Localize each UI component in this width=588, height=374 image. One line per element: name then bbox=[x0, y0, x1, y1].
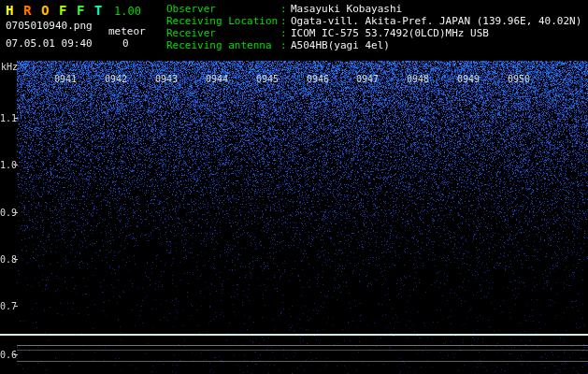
freq-tick bbox=[14, 212, 18, 213]
info-value: Ogata-vill. Akita-Pref. JAPAN (139.96E, … bbox=[291, 15, 581, 27]
info-label: Observer bbox=[166, 3, 280, 15]
level-reference-line bbox=[17, 361, 588, 362]
info-label: Receiver bbox=[166, 27, 280, 39]
freq-tick bbox=[14, 306, 18, 307]
time-label: 0946 bbox=[307, 74, 329, 84]
app-logo: HROFFT bbox=[6, 3, 112, 18]
time-label: 0944 bbox=[206, 74, 228, 84]
info-label: Receiving antenna bbox=[166, 39, 280, 51]
time-label: 0942 bbox=[105, 74, 127, 84]
freq-label: 1.0 bbox=[0, 160, 14, 170]
freq-tick bbox=[14, 259, 18, 260]
time-label: 0949 bbox=[457, 74, 480, 84]
freq-label: 0.9 bbox=[0, 208, 14, 218]
info-value: Masayuki Kobayashi bbox=[291, 3, 402, 15]
info-colon: : bbox=[280, 3, 291, 15]
logo-letter: O bbox=[41, 3, 59, 18]
time-label: 0947 bbox=[356, 74, 379, 84]
freq-label: 0.7 bbox=[0, 301, 14, 311]
info-colon: : bbox=[280, 15, 291, 27]
info-value: A504HB(yagi 4el) bbox=[291, 39, 390, 51]
panel-separator-line bbox=[0, 334, 588, 336]
info-colon: : bbox=[280, 39, 291, 51]
info-label: Receiving Location bbox=[166, 15, 280, 27]
time-label: 0948 bbox=[407, 74, 429, 84]
output-filename: 0705010940.png bbox=[6, 20, 93, 32]
datetime-label: 07.05.01 09:40 bbox=[6, 37, 93, 50]
freq-label: 0.8 bbox=[0, 254, 14, 265]
logo-letter: H bbox=[6, 3, 23, 18]
app-version: 1.00 bbox=[114, 5, 141, 18]
info-row-location: Receiving Location:Ogata-vill. Akita-Pre… bbox=[166, 15, 581, 27]
mode-label: meteor bbox=[108, 25, 146, 37]
meteor-count: 0 bbox=[122, 37, 129, 50]
logo-letter: T bbox=[94, 3, 112, 18]
logo-letter: F bbox=[59, 3, 77, 18]
hrofft-screen: HROFFT 1.00 0705010940.png meteor 07.05.… bbox=[0, 0, 588, 374]
freq-unit-label: kHz bbox=[1, 62, 18, 72]
info-row-receiver: Receiver:ICOM IC-575 53.7492(0LCD)MHz US… bbox=[166, 27, 581, 39]
freq-label: 1.1 bbox=[0, 113, 14, 123]
time-label: 0950 bbox=[508, 74, 530, 84]
spectrogram-canvas bbox=[0, 61, 588, 374]
logo-letter: F bbox=[77, 3, 94, 18]
time-label: 0941 bbox=[54, 74, 77, 84]
info-value: ICOM IC-575 53.7492(0LCD)MHz USB bbox=[291, 27, 489, 39]
level-reference-line bbox=[17, 345, 588, 346]
info-row-antenna: Receiving antenna:A504HB(yagi 4el) bbox=[166, 39, 581, 51]
freq-tick bbox=[14, 165, 18, 165]
freq-tick bbox=[14, 354, 18, 355]
freq-label: 0.6 bbox=[0, 350, 14, 360]
station-info: Observer:Masayuki Kobayashi Receiving Lo… bbox=[166, 3, 581, 51]
time-label: 0945 bbox=[256, 74, 279, 84]
level-reference-line bbox=[17, 350, 588, 351]
info-colon: : bbox=[280, 27, 291, 39]
time-label: 0943 bbox=[155, 74, 178, 84]
logo-letter: R bbox=[23, 3, 41, 18]
freq-tick bbox=[14, 118, 18, 119]
info-row-observer: Observer:Masayuki Kobayashi bbox=[166, 3, 581, 15]
